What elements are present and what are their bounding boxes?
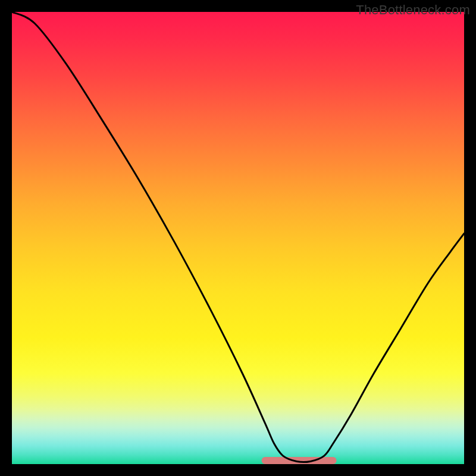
watermark-text: TheBottleneck.com (356, 2, 470, 18)
plot-area (12, 12, 464, 464)
bottleneck-curve (12, 12, 464, 462)
chart-frame: TheBottleneck.com (0, 0, 476, 476)
bottleneck-curve-layer (12, 12, 464, 464)
